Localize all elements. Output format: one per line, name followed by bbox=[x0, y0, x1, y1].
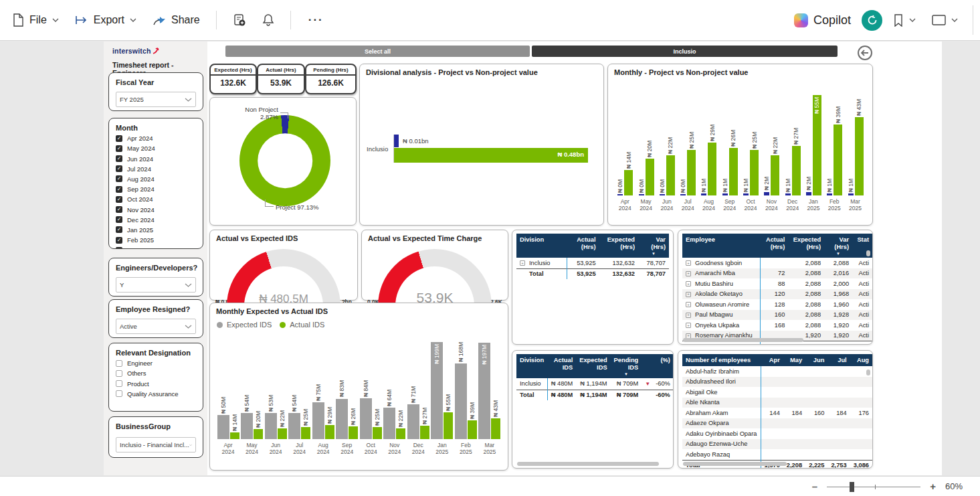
column-header[interactable]: Actual (Hrs) bbox=[567, 234, 599, 258]
bookmarks-button[interactable] bbox=[888, 10, 921, 31]
checkbox-option[interactable]: ✓Dec 2024 bbox=[116, 216, 196, 224]
checked-checkbox-icon[interactable]: ✓ bbox=[116, 247, 122, 249]
table-row[interactable]: +Oluwaseun Aromire1282,0881,960Acti bbox=[682, 299, 872, 310]
project-bar[interactable] bbox=[771, 155, 779, 195]
column-header[interactable]: Var (Hrs)▼ bbox=[638, 234, 669, 258]
table-row[interactable]: +Inclusio53,925132,63278,707 bbox=[516, 258, 669, 268]
share-button[interactable]: Share bbox=[147, 10, 205, 30]
business-group-dropdown[interactable]: Inclusio - Financial Incl... bbox=[116, 437, 196, 452]
column-header[interactable]: Actual (Hrs) bbox=[760, 234, 788, 258]
expected-ids-bar[interactable] bbox=[336, 399, 348, 439]
checkbox-option[interactable]: Product bbox=[116, 380, 196, 388]
checked-checkbox-icon[interactable]: ✓ bbox=[116, 216, 122, 223]
expand-icon[interactable]: + bbox=[520, 260, 525, 266]
actual-ids-bar[interactable] bbox=[444, 412, 453, 439]
project-bar[interactable]: ₦ 55M bbox=[813, 95, 821, 195]
unchecked-checkbox-icon[interactable] bbox=[116, 380, 122, 387]
actual-ids-bar[interactable] bbox=[491, 418, 500, 439]
checkbox-option[interactable]: ✓Oct 2024 bbox=[116, 195, 196, 203]
notifications-button[interactable] bbox=[257, 9, 280, 31]
expected-ids-bar[interactable] bbox=[265, 413, 277, 439]
zoom-in-button[interactable]: + bbox=[930, 481, 936, 491]
column-header[interactable]: Number of employees bbox=[682, 354, 761, 366]
horizontal-scrollbar[interactable] bbox=[683, 338, 803, 342]
table-row[interactable]: Adebayo Razaq bbox=[682, 449, 872, 460]
checkbox-option[interactable]: ✓Jul 2024 bbox=[116, 165, 196, 173]
file-menu[interactable]: File bbox=[7, 9, 64, 31]
actual-ids-bar[interactable] bbox=[396, 428, 405, 439]
project-bar[interactable] bbox=[646, 159, 654, 195]
engineers-dropdown[interactable]: Y bbox=[116, 277, 196, 293]
tab-select-all[interactable]: Select all bbox=[225, 46, 530, 57]
table-row[interactable]: Abigail Oke bbox=[682, 387, 872, 398]
export-menu[interactable]: Export bbox=[70, 10, 142, 30]
expected-ids-bar[interactable] bbox=[312, 402, 324, 439]
expected-ids-bar[interactable]: ₦ 199M bbox=[431, 342, 443, 439]
nonproject-bar[interactable] bbox=[743, 193, 749, 195]
expected-ids-bar[interactable] bbox=[288, 413, 300, 439]
checkbox-option[interactable]: ✓Sep 2024 bbox=[116, 185, 196, 193]
column-header[interactable]: (%) bbox=[642, 354, 674, 378]
expand-icon[interactable]: + bbox=[686, 281, 691, 286]
project-bar[interactable] bbox=[834, 125, 842, 195]
legend-label[interactable]: Expected IDS bbox=[227, 321, 272, 329]
column-header[interactable]: Jun bbox=[805, 354, 827, 366]
actual-ids-bar[interactable] bbox=[301, 427, 310, 439]
legend-label[interactable]: Actual IDS bbox=[290, 321, 324, 329]
refresh-button[interactable] bbox=[862, 10, 882, 31]
horizontal-scrollbar[interactable] bbox=[683, 462, 787, 466]
expand-icon[interactable]: + bbox=[686, 271, 691, 276]
checked-checkbox-icon[interactable]: ✓ bbox=[116, 206, 122, 213]
column-header[interactable]: Jul bbox=[827, 354, 850, 366]
project-bar[interactable] bbox=[687, 150, 696, 195]
column-header[interactable]: Var (Hrs)▼ bbox=[824, 234, 852, 258]
zoom-slider-thumb[interactable] bbox=[850, 482, 854, 492]
expected-ids-bar[interactable] bbox=[217, 415, 229, 439]
nonproject-bar[interactable] bbox=[660, 194, 665, 195]
checked-checkbox-icon[interactable]: ✓ bbox=[116, 155, 122, 162]
table-row[interactable]: +Akolade Oketayo1202,0881,968Acti bbox=[682, 289, 872, 300]
column-header[interactable]: Expected (Hrs) bbox=[788, 234, 824, 258]
actual-ids-bar[interactable] bbox=[349, 426, 358, 439]
unchecked-checkbox-icon[interactable] bbox=[116, 390, 122, 397]
checkbox-option[interactable]: ✓Jan 2025 bbox=[116, 226, 196, 234]
ids-gauge[interactable]: ₦ 480.5M bbox=[227, 249, 340, 306]
time-charge-gauge[interactable]: 53.9K bbox=[378, 249, 492, 306]
actual-ids-bar[interactable] bbox=[278, 428, 287, 439]
column-header[interactable]: May bbox=[783, 354, 805, 366]
nonproject-bar[interactable] bbox=[617, 194, 623, 195]
subscribe-button[interactable] bbox=[227, 9, 252, 31]
table-row[interactable]: +Amarachi Mba722,0882,016Acti bbox=[682, 268, 872, 279]
checkbox-option[interactable]: ✓Jun 2024 bbox=[116, 155, 196, 163]
actual-ids-bar[interactable] bbox=[420, 426, 429, 439]
checked-checkbox-icon[interactable]: ✓ bbox=[116, 175, 122, 182]
actual-ids-bar[interactable] bbox=[468, 420, 477, 439]
nonproject-bar[interactable] bbox=[785, 193, 791, 195]
unchecked-checkbox-icon[interactable] bbox=[116, 360, 122, 367]
column-header[interactable]: Aug bbox=[850, 354, 872, 366]
back-button[interactable] bbox=[858, 46, 872, 60]
project-bar[interactable] bbox=[750, 150, 759, 195]
project-bar[interactable] bbox=[792, 146, 801, 195]
vertical-scrollbar[interactable] bbox=[866, 250, 870, 256]
table-row[interactable]: +Mutiu Bashiru882,0882,000Acti bbox=[682, 278, 872, 289]
table-row[interactable]: +Onyeka Ukpaka1682,0881,920Acti bbox=[682, 320, 872, 331]
checked-checkbox-icon[interactable]: ✓ bbox=[116, 135, 122, 142]
project-bar[interactable] bbox=[708, 143, 716, 195]
project-bar[interactable] bbox=[729, 148, 738, 195]
actual-ids-bar[interactable] bbox=[254, 429, 263, 439]
expand-icon[interactable]: + bbox=[686, 323, 691, 328]
column-header[interactable]: Division bbox=[516, 354, 547, 378]
nonproject-bar[interactable] bbox=[394, 135, 399, 147]
column-header[interactable]: Pending IDS▼ bbox=[611, 354, 642, 378]
expected-ids-bar[interactable] bbox=[241, 413, 253, 439]
horizontal-scrollbar[interactable] bbox=[517, 462, 659, 466]
checked-checkbox-icon[interactable]: ✓ bbox=[116, 145, 122, 152]
checkbox-option[interactable]: ✓Apr 2024 bbox=[116, 135, 196, 142]
column-header[interactable]: Apr bbox=[761, 354, 783, 366]
checkbox-option[interactable]: ✓Aug 2024 bbox=[116, 175, 196, 183]
expand-icon[interactable]: + bbox=[686, 313, 691, 318]
project-bar[interactable] bbox=[624, 170, 633, 195]
checked-checkbox-icon[interactable]: ✓ bbox=[116, 226, 122, 233]
expected-ids-bar[interactable] bbox=[455, 363, 467, 439]
